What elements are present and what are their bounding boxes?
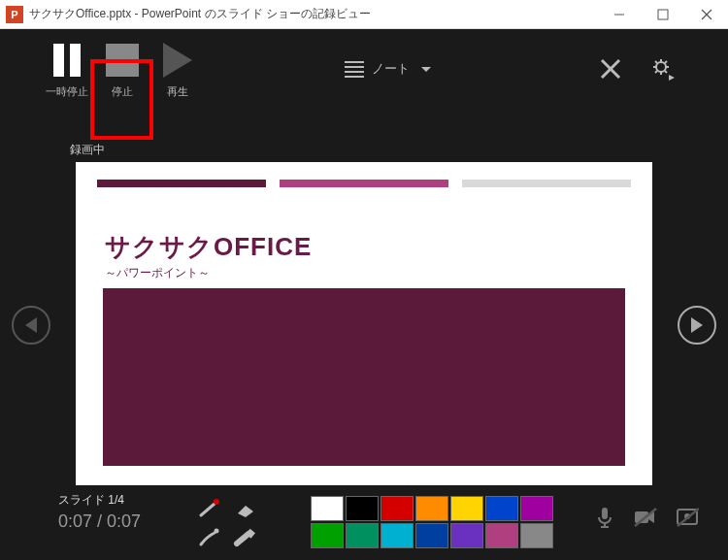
color-swatch[interactable] (346, 523, 379, 548)
stop-icon (106, 44, 139, 77)
svg-point-19 (215, 529, 219, 534)
maximize-button[interactable] (641, 0, 684, 29)
previous-slide-button[interactable] (12, 306, 50, 345)
color-palette (311, 496, 553, 548)
color-swatch[interactable] (415, 496, 448, 521)
color-swatch[interactable] (311, 523, 344, 548)
ink-tools (194, 496, 260, 550)
highlighter-tool[interactable] (232, 527, 257, 548)
slide-preview-area: サクサクOFFICE ～パワーポイント～ (58, 160, 670, 487)
color-swatch[interactable] (381, 496, 414, 521)
svg-line-14 (655, 71, 657, 73)
minimize-button[interactable] (597, 0, 641, 29)
microphone-toggle[interactable] (594, 506, 615, 533)
camera-off-icon (633, 507, 658, 528)
color-swatch[interactable] (450, 523, 483, 548)
notes-label: ノート (372, 60, 410, 78)
camera-toggle[interactable] (633, 507, 658, 532)
powerpoint-app-icon: P (6, 6, 23, 23)
color-swatch[interactable] (311, 496, 344, 521)
color-swatch[interactable] (381, 523, 414, 548)
pause-icon (53, 44, 81, 77)
pen-tool[interactable] (197, 527, 222, 548)
eraser-tool[interactable] (232, 498, 257, 519)
slide-decoration-stripes (97, 180, 631, 187)
elapsed-time: 0:07 (58, 511, 92, 531)
stop-label: 停止 (112, 84, 133, 99)
window-controls (597, 0, 728, 29)
recording-controls: 一時停止 停止 再生 (39, 34, 205, 104)
svg-marker-18 (238, 506, 253, 517)
color-swatch[interactable] (485, 523, 518, 548)
play-label: 再生 (167, 84, 188, 99)
color-swatch[interactable] (415, 523, 448, 548)
microphone-icon (594, 506, 615, 529)
workspace: 一時停止 停止 再生 ノート (0, 29, 728, 560)
laser-pointer-tool[interactable] (197, 498, 222, 519)
pause-button[interactable]: 一時停止 (39, 34, 94, 104)
svg-marker-15 (669, 75, 675, 81)
slide-counter: スライド 1/4 (58, 492, 124, 509)
slide-subtitle: ～パワーポイント～ (105, 265, 210, 281)
bottom-bar: スライド 1/4 0:07 / 0:07 (58, 492, 709, 552)
chevron-left-icon (25, 317, 37, 333)
play-icon (163, 43, 192, 78)
clear-button[interactable] (600, 29, 621, 109)
color-swatch[interactable] (485, 496, 518, 521)
camera-preview-toggle[interactable] (676, 507, 699, 532)
svg-line-20 (237, 534, 248, 544)
notes-icon (345, 61, 364, 78)
color-swatch[interactable] (450, 496, 483, 521)
svg-rect-22 (602, 508, 608, 519)
svg-line-12 (665, 71, 667, 73)
chevron-right-icon (691, 317, 703, 333)
color-swatch[interactable] (346, 496, 379, 521)
window-title: サクサクOffice.pptx - PowerPoint のスライド ショーの記… (29, 6, 597, 22)
total-time: 0:07 (107, 511, 141, 531)
titlebar: P サクサクOffice.pptx - PowerPoint のスライド ショー… (0, 0, 728, 29)
gear-icon (651, 57, 675, 81)
next-slide-button[interactable] (678, 306, 716, 345)
svg-line-13 (665, 61, 667, 63)
svg-line-11 (655, 61, 657, 63)
slide-preview[interactable]: サクサクOFFICE ～パワーポイント～ (76, 162, 652, 485)
recording-status: 録画中 (70, 142, 105, 158)
play-button[interactable]: 再生 (149, 34, 205, 104)
slide-content-block (103, 288, 625, 466)
slide-title: サクサクOFFICE (105, 230, 312, 264)
color-swatch[interactable] (520, 496, 553, 521)
svg-rect-1 (658, 10, 668, 19)
camera-preview-off-icon (676, 507, 699, 528)
time-separator: / (92, 511, 107, 531)
svg-line-16 (201, 504, 215, 515)
close-icon (600, 58, 621, 80)
pause-label: 一時停止 (46, 84, 88, 99)
stop-button[interactable]: 停止 (94, 34, 149, 104)
svg-point-17 (214, 499, 219, 505)
media-toggles (594, 506, 699, 533)
color-swatch[interactable] (520, 523, 553, 548)
settings-button[interactable] (651, 29, 675, 109)
close-button[interactable] (684, 0, 728, 29)
timer: 0:07 / 0:07 (58, 511, 141, 532)
svg-point-6 (656, 62, 666, 72)
notes-button[interactable]: ノート (345, 29, 431, 109)
recording-toolbar: 一時停止 停止 再生 ノート (0, 29, 728, 109)
chevron-down-icon (421, 67, 431, 72)
